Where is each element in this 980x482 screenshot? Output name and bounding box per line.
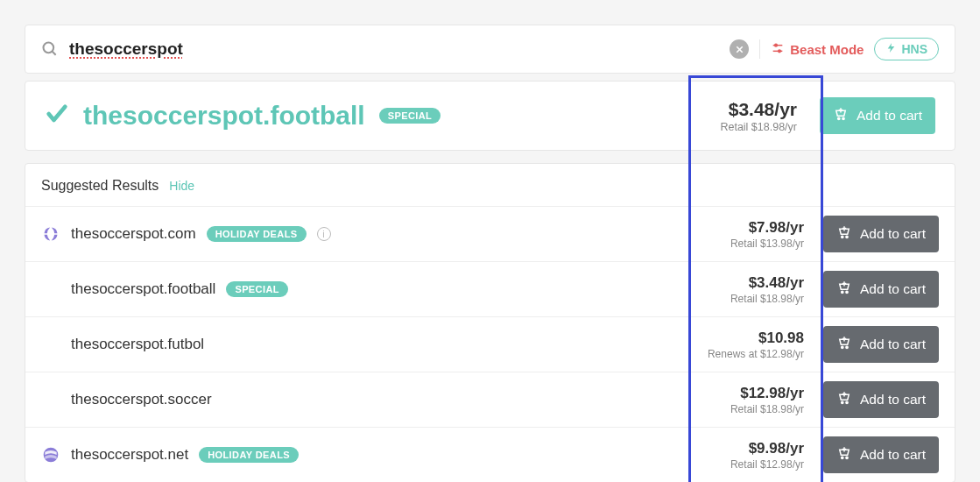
suggested-results-panel: Suggested Results Hide thesoccerspot.com… xyxy=(25,163,955,482)
result-price: $9.98/yrRetail $12.98/yr xyxy=(722,440,813,471)
svg-point-16 xyxy=(842,291,843,293)
result-price: $7.98/yrRetail $13.98/yr xyxy=(722,219,813,250)
featured-badge: SPECIAL xyxy=(379,108,441,124)
search-input[interactable] xyxy=(69,39,719,59)
lightning-icon xyxy=(885,42,897,56)
beast-mode-toggle[interactable]: Beast Mode xyxy=(771,41,864,58)
svg-point-30 xyxy=(846,457,848,458)
cart-icon xyxy=(836,280,852,299)
cart-label: Add to cart xyxy=(857,108,922,124)
result-price: $3.48/yrRetail $18.98/yr xyxy=(722,274,813,305)
search-icon xyxy=(41,40,59,58)
cart-icon xyxy=(836,224,852,244)
add-to-cart-button[interactable]: Add to cart xyxy=(823,216,939,252)
cart-label: Add to cart xyxy=(860,392,926,408)
cart-label: Add to cart xyxy=(860,226,926,242)
result-price-main: $10.98 xyxy=(708,330,804,347)
add-to-cart-button[interactable]: Add to cart xyxy=(823,381,939,418)
result-domain-name[interactable]: thesoccerspot.net xyxy=(71,446,188,464)
result-domain-name[interactable]: thesoccerspot.futbol xyxy=(71,336,204,353)
result-row: thesoccerspot.footballSPECIAL$3.48/yrRet… xyxy=(25,261,955,316)
info-icon[interactable]: i xyxy=(317,227,331,241)
result-price: $10.98Renews at $12.98/yr xyxy=(699,330,813,360)
add-to-cart-button[interactable]: Add to cart xyxy=(823,436,939,473)
check-icon xyxy=(45,102,69,130)
result-price-sub: Retail $13.98/yr xyxy=(730,237,804,250)
divider xyxy=(759,39,760,59)
result-badge: HOLIDAY DEALS xyxy=(207,226,307,242)
add-to-cart-button[interactable]: Add to cart xyxy=(823,326,939,363)
result-price-sub: Retail $18.98/yr xyxy=(730,293,804,305)
cart-label: Add to cart xyxy=(860,337,926,352)
result-row: thesoccerspot.netHOLIDAY DEALS$9.98/yrRe… xyxy=(25,427,955,482)
cart-label: Add to cart xyxy=(860,447,926,463)
result-badge: SPECIAL xyxy=(226,281,287,297)
search-bar: Beast Mode HNS xyxy=(25,25,955,74)
cart-icon xyxy=(836,335,852,354)
result-price-main: $7.98/yr xyxy=(730,219,804,237)
suggested-title: Suggested Results xyxy=(41,178,159,194)
globe-icon xyxy=(41,224,60,244)
result-domain-name[interactable]: thesoccerspot.soccer xyxy=(71,391,212,408)
result-price-main: $9.98/yr xyxy=(730,440,804,457)
cart-icon xyxy=(833,106,849,125)
featured-price-main: $3.48/yr xyxy=(720,99,797,120)
cart-icon xyxy=(836,445,852,464)
cart-label: Add to cart xyxy=(860,281,926,297)
svg-point-0 xyxy=(44,43,54,53)
svg-point-21 xyxy=(846,346,848,348)
add-to-cart-button[interactable]: Add to cart xyxy=(823,271,939,308)
svg-point-5 xyxy=(775,44,778,46)
svg-point-25 xyxy=(846,401,848,403)
hide-suggested-link[interactable]: Hide xyxy=(169,179,194,193)
result-row: thesoccerspot.comHOLIDAY DEALSi$7.98/yrR… xyxy=(25,206,955,261)
result-domain-name[interactable]: thesoccerspot.football xyxy=(71,280,215,298)
result-price: $12.98/yrRetail $18.98/yr xyxy=(722,385,813,415)
clear-search-button[interactable] xyxy=(730,39,749,59)
result-badge: HOLIDAY DEALS xyxy=(199,447,299,463)
result-domain-name[interactable]: thesoccerspot.com xyxy=(71,225,196,243)
svg-point-20 xyxy=(842,346,843,348)
result-price-sub: Retail $12.98/yr xyxy=(730,458,804,471)
svg-point-29 xyxy=(842,457,843,458)
svg-point-8 xyxy=(838,117,840,119)
hns-label: HNS xyxy=(901,42,927,56)
result-price-sub: Renews at $12.98/yr xyxy=(708,348,804,360)
beast-mode-label: Beast Mode xyxy=(790,42,864,57)
suggested-header: Suggested Results Hide xyxy=(25,164,955,206)
featured-domain-name[interactable]: thesoccerspot.football xyxy=(83,101,365,131)
sliders-icon xyxy=(771,41,785,58)
featured-price-sub: Retail $18.98/yr xyxy=(720,121,797,133)
result-row: thesoccerspot.soccer$12.98/yrRetail $18.… xyxy=(25,372,955,427)
svg-point-13 xyxy=(846,236,848,237)
featured-price: $3.48/yr Retail $18.98/yr xyxy=(711,99,806,133)
result-price-main: $3.48/yr xyxy=(730,274,804,292)
result-price-sub: Retail $18.98/yr xyxy=(730,403,804,415)
svg-point-12 xyxy=(842,236,843,237)
featured-result: thesoccerspot.football SPECIAL $3.48/yr … xyxy=(25,81,955,151)
svg-line-1 xyxy=(53,52,56,55)
cart-icon xyxy=(836,390,852,409)
svg-point-9 xyxy=(843,117,844,119)
result-price-main: $12.98/yr xyxy=(730,385,804,402)
add-to-cart-featured[interactable]: Add to cart xyxy=(820,97,935,134)
hns-toggle[interactable]: HNS xyxy=(874,38,939,60)
result-row: thesoccerspot.futbol$10.98Renews at $12.… xyxy=(25,316,955,372)
svg-point-24 xyxy=(842,401,843,403)
svg-point-17 xyxy=(846,291,848,293)
swirl-icon xyxy=(41,445,60,464)
svg-point-7 xyxy=(779,50,781,53)
